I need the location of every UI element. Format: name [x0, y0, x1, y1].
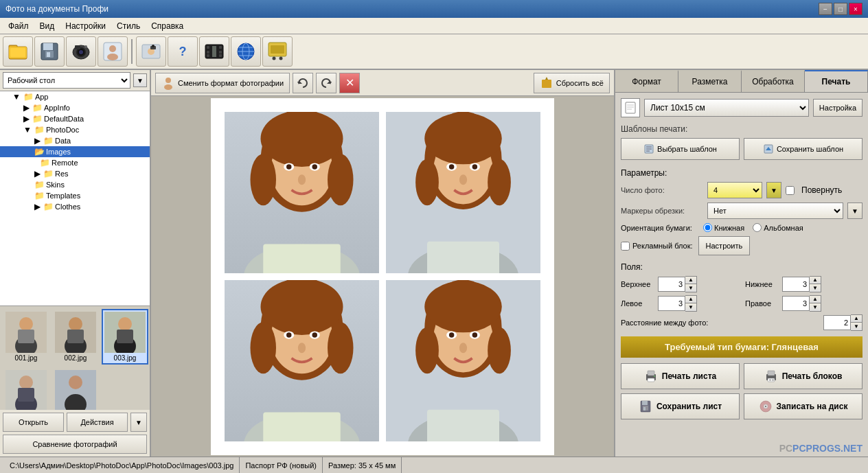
- film-toolbar-btn[interactable]: [199, 36, 229, 67]
- top-input[interactable]: [658, 277, 685, 292]
- tab-processing[interactable]: Обработка: [742, 70, 805, 92]
- markers-dropdown-btn[interactable]: ▼: [847, 203, 863, 219]
- top-up-btn[interactable]: ▲: [685, 277, 696, 284]
- svg-rect-23: [212, 46, 216, 57]
- tab-print[interactable]: Печать: [805, 70, 868, 92]
- ad-block-checkbox[interactable]: [621, 242, 630, 251]
- actions-dropdown-btn[interactable]: ▼: [130, 413, 147, 432]
- expand-icon: ▶: [23, 103, 30, 113]
- print-blocks-btn[interactable]: Печать блоков: [744, 363, 863, 389]
- camera-toolbar-btn[interactable]: [66, 36, 96, 67]
- right-up-btn[interactable]: ▲: [810, 296, 821, 303]
- folder-icon: 📁: [43, 202, 54, 211]
- info-toolbar-btn[interactable]: ?: [168, 36, 198, 67]
- filetree-item-photodoc[interactable]: ▼ 📁 PhotoDoc: [0, 124, 150, 135]
- photo-canvas: [151, 96, 614, 457]
- change-format-btn[interactable]: Сменить формат фотографии: [155, 73, 290, 93]
- thumbnail-item-1[interactable]: 001.jpg: [3, 309, 49, 365]
- left-up-btn[interactable]: ▲: [685, 296, 696, 303]
- web-toolbar-btn[interactable]: [231, 36, 261, 67]
- markers-select[interactable]: Нет: [707, 203, 843, 219]
- filetree-item-app[interactable]: ▼ 📁 App: [0, 91, 150, 102]
- cart-toolbar-btn[interactable]: [262, 36, 293, 67]
- menu-style[interactable]: Стиль: [111, 20, 146, 32]
- menu-settings[interactable]: Настройки: [60, 20, 111, 32]
- filetree-item-clothes[interactable]: ▶ 📁 Clothes: [0, 201, 150, 212]
- left-input[interactable]: [658, 296, 685, 311]
- save-template-btn[interactable]: Сохранить шаблон: [744, 138, 863, 160]
- bottom-up-btn[interactable]: ▲: [810, 277, 821, 284]
- filetree-item-appinfo[interactable]: ▶ 📁 AppInfo: [0, 102, 150, 113]
- photo-count-select[interactable]: 4: [707, 182, 762, 198]
- maximize-btn[interactable]: □: [834, 3, 847, 15]
- tab-format[interactable]: Формат: [615, 70, 678, 92]
- rotate-label: Повернуть: [801, 185, 842, 195]
- filetree-item-templates[interactable]: 📁 Templates: [0, 190, 150, 201]
- filetree-item-remote[interactable]: 📁 Remote: [0, 157, 150, 168]
- reset-all-btn[interactable]: Сбросить всё: [534, 73, 610, 93]
- svg-rect-45: [67, 330, 84, 343]
- delete-btn[interactable]: ✕: [339, 73, 360, 93]
- format-settings-btn[interactable]: Настройка: [813, 99, 863, 117]
- filetree-item-images[interactable]: 📂 Images: [0, 146, 150, 157]
- svg-rect-22: [207, 46, 209, 49]
- tab-markup[interactable]: Разметка: [678, 70, 742, 92]
- filetree-item-data[interactable]: ▶ 📁 Data: [0, 135, 150, 146]
- right-input[interactable]: [782, 296, 810, 311]
- right-down-btn[interactable]: ▼: [810, 303, 821, 311]
- actions-btn[interactable]: Действия: [67, 413, 128, 432]
- distance-down-btn[interactable]: ▼: [851, 323, 862, 330]
- bottom-down-btn[interactable]: ▼: [810, 284, 821, 292]
- menu-view[interactable]: Вид: [34, 20, 60, 32]
- filetree-item-skins[interactable]: 📁 Skins: [0, 179, 150, 190]
- thumbnail-item-4[interactable]: 6.jpg: [3, 367, 49, 410]
- menu-file[interactable]: Файл: [3, 20, 34, 32]
- thumbnail-item-3[interactable]: 003.jpg: [102, 309, 148, 365]
- titlebar-controls: − □ ×: [819, 3, 863, 15]
- minimize-btn[interactable]: −: [819, 3, 832, 15]
- close-btn[interactable]: ×: [849, 3, 863, 15]
- folder-icon: 📁: [34, 180, 45, 189]
- folder-selector[interactable]: Рабочий стол: [3, 72, 130, 89]
- svg-point-102: [312, 332, 318, 338]
- save-toolbar-btn[interactable]: [34, 36, 65, 67]
- bottom-input[interactable]: [782, 277, 810, 292]
- save-sheet-btn[interactable]: Сохранить лист: [621, 393, 740, 419]
- write-disk-btn[interactable]: Записать на диск: [744, 393, 863, 419]
- nav-up-btn[interactable]: ▼: [133, 73, 147, 87]
- landscape-radio[interactable]: [753, 223, 762, 232]
- svg-rect-91: [427, 241, 499, 273]
- rotate-right-btn[interactable]: [316, 73, 336, 93]
- person-toolbar-btn[interactable]: [98, 36, 128, 67]
- rotate-left-btn[interactable]: [293, 73, 313, 93]
- rotate-checkbox[interactable]: [786, 186, 795, 195]
- sheet-format-select[interactable]: Лист 10x15 см: [644, 99, 809, 117]
- svg-point-15: [109, 45, 116, 52]
- menu-help[interactable]: Справка: [146, 20, 189, 32]
- svg-point-75: [312, 164, 318, 170]
- svg-point-71: [328, 154, 354, 205]
- photo-toolbar-btn[interactable]: [136, 36, 166, 67]
- left-down-btn[interactable]: ▼: [685, 303, 696, 311]
- filetree-item-defaultdata[interactable]: ▶ 📁 DefaultData: [0, 113, 150, 124]
- print-sheet-btn[interactable]: Печать листа: [621, 363, 740, 389]
- compare-btn[interactable]: Сравнение фотографий: [3, 435, 147, 454]
- distance-up-btn[interactable]: ▲: [851, 315, 862, 323]
- distance-input[interactable]: [823, 315, 851, 330]
- svg-rect-12: [75, 45, 80, 49]
- thumbnail-item-2[interactable]: 002.jpg: [52, 309, 99, 365]
- choose-template-btn[interactable]: Выбрать шаблон: [621, 138, 740, 160]
- configure-ad-btn[interactable]: Настроить: [698, 236, 751, 255]
- thumbnail-item-5[interactable]: [52, 367, 99, 410]
- svg-point-20: [152, 45, 155, 47]
- portrait-radio[interactable]: [703, 223, 712, 232]
- photo-count-dropdown-btn[interactable]: ▼: [766, 182, 781, 198]
- svg-point-84: [488, 159, 511, 205]
- folder-icon: 📁: [34, 191, 45, 200]
- open-btn[interactable]: Открыть: [3, 413, 64, 432]
- filetree-item-res[interactable]: ▶ 📁 Res: [0, 168, 150, 179]
- toolbar: ?: [0, 34, 868, 70]
- folder-toolbar-btn[interactable]: [3, 36, 33, 67]
- filetree: ▼ 📁 App ▶ 📁 AppInfo ▶ 📁 DefaultData ▼ 📁: [0, 91, 150, 305]
- top-down-btn[interactable]: ▼: [685, 284, 696, 292]
